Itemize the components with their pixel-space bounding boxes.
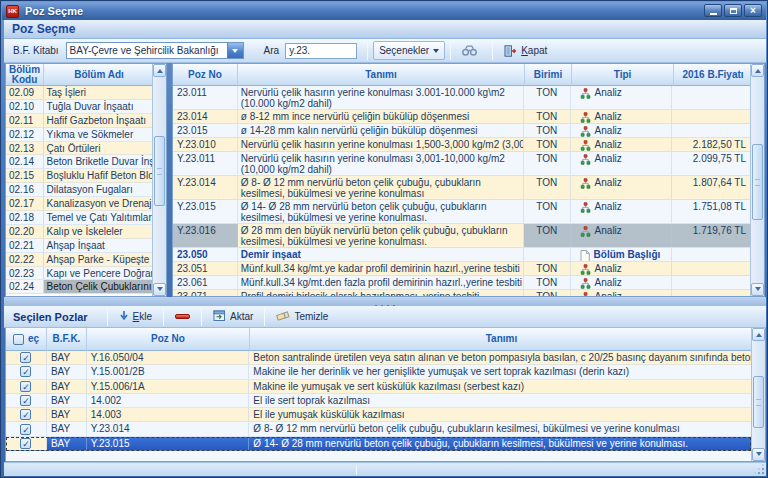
table-row[interactable]: Y.23.011Nervürlü çelik hasırın yerine ko… [173,152,750,176]
cell-sec: ✓ [6,422,47,435]
table-row[interactable]: ✓BAYY.23.014Ø 8- Ø 12 mm nervürlü beton … [6,422,751,436]
table-row[interactable]: 02.23Kapı ve Pencere Doğramaları [6,267,152,281]
selected-positions-header: Seçilen Pozlar Ekle Aktar Temizle [4,306,766,328]
column-header-tanimi[interactable]: Tanımı [238,64,525,86]
options-button[interactable]: Seçenekler [373,41,445,60]
table-row[interactable]: 02.17Kanalizasyon ve Drenaj İçin B [6,197,152,211]
column-header-poz-no[interactable]: Poz No [173,64,238,86]
scroll-up-icon[interactable] [751,64,764,77]
cell-tipi: Analiz [571,176,673,199]
remove-button[interactable] [169,308,196,326]
checkbox-icon[interactable]: ✓ [13,334,24,345]
table-row[interactable]: 02.21Ahşap İnşaat [6,239,152,253]
table-row[interactable]: Y.23.016Ø 28 mm den büyük nervürlü beton… [173,224,750,248]
bottom-scrollbar[interactable] [751,328,765,461]
cell-poz-no: 23.011 [173,86,238,109]
column-header-fiyat[interactable]: 2016 B.Fiyatı [674,64,752,86]
type-label: Analiz [595,201,622,212]
column-header-bolum-adi[interactable]: Bölüm Adı [44,64,154,86]
column-header-tipi[interactable]: Tipi [572,64,674,86]
eraser-icon [276,310,290,323]
column-header-sec[interactable]: ✓ eç [6,328,47,351]
row-checkbox[interactable]: ✓ [20,366,31,377]
clear-button[interactable]: Temizle [270,308,334,326]
close-dialog-button[interactable]: Kapat [498,41,553,60]
scroll-up-icon[interactable] [153,64,166,77]
column-header-birimi[interactable]: Birimi [525,64,572,86]
cell-poz-no: Y.23.011 [173,152,238,175]
maximize-button[interactable] [724,4,742,17]
table-row[interactable]: ✓BAYY.16.050/04Beton santralinde üretile… [6,351,751,365]
column-header-tanimi[interactable]: Tanımı [250,328,753,351]
table-row[interactable]: ✓BAY14.003El ile yumuşak küskülük kazılm… [6,408,751,422]
bf-book-select[interactable]: BAY-Çevre ve Şehircilik Bakanlığı [66,42,244,59]
column-header-bfk[interactable]: B.F.K. [47,328,87,351]
table-row[interactable]: 02.12Yıkma ve Sökmeler [6,128,152,142]
table-row[interactable]: 23.061Münf.kull.34 kg/mt.den fazla profi… [173,276,750,290]
bf-book-value: BAY-Çevre ve Şehircilik Bakanlığı [67,45,227,56]
column-header-bolum-kodu[interactable]: Bölüm Kodu [6,64,44,86]
cell-sec: ✓ [6,408,47,421]
scroll-up-icon[interactable] [752,328,765,341]
table-row[interactable]: 23.051Münf.kull.34 kg/mt.ye kadar profil… [173,262,750,276]
table-row[interactable]: 02.24Beton Çelik Çubuklarının İşle [6,280,152,294]
scroll-down-icon[interactable] [153,283,166,296]
search-input[interactable] [285,43,357,59]
table-row[interactable]: Y.23.014Ø 8- Ø 12 mm nervürlü beton çeli… [173,176,750,200]
cell-tanimi: ø 14-28 mm kalın nervürlü çeliğin bükülü… [238,124,524,137]
left-scrollbar[interactable] [152,64,166,296]
table-row[interactable]: 02.09Taş İşleri [6,86,152,100]
add-button[interactable]: Ekle [113,308,158,326]
table-row[interactable]: 23.015ø 14-28 mm kalın nervürlü çeliğin … [173,124,750,138]
find-button[interactable] [456,41,487,60]
resize-grip-icon[interactable] [754,464,764,474]
window-title: Poz Seçme [25,5,83,17]
scrollbar-thumb[interactable] [752,144,763,220]
transfer-button[interactable]: Aktar [207,308,259,326]
table-row[interactable]: Y.23.015Ø 14- Ø 28 mm nervürlü beton çel… [173,200,750,224]
cell-tanimi: Ø 28 mm den büyük nervürlü beton çelik ç… [238,224,524,247]
right-scrollbar[interactable] [750,64,764,296]
cell-bolum-kodu: 02.11 [6,114,44,127]
selected-positions-title: Seçilen Pozlar [13,311,88,323]
table-row[interactable]: 02.11Hafif Gazbeton İnşaatı [6,114,152,128]
table-row[interactable]: 02.14Beton Briketle Duvar İnşaatı [6,155,152,169]
scroll-down-icon[interactable] [751,283,764,296]
table-row[interactable]: 02.20Kalıp ve İskeleler [6,225,152,239]
row-checkbox[interactable]: ✓ [20,438,31,449]
table-row[interactable]: 23.050Demir inşaatBölüm Başlığı [173,248,750,262]
close-button[interactable]: × [744,4,762,17]
table-row[interactable]: ✓BAY14.002El ile sert toprak kazılması [6,394,751,408]
scrollbar-thumb[interactable] [154,136,165,206]
table-row[interactable]: 23.011Nervürlü çelik hasırın yerine konu… [173,86,750,110]
row-checkbox[interactable]: ✓ [20,381,31,392]
row-checkbox[interactable]: ✓ [20,395,31,406]
table-row[interactable]: ✓BAYY.15.001/2BMakine ile her derinlik v… [6,365,751,379]
cell-bolum-adi: Tuğla Duvar İnşaatı [44,100,152,113]
chevron-down-icon[interactable] [227,43,243,58]
minimize-button[interactable] [704,4,722,17]
row-checkbox[interactable]: ✓ [20,424,31,435]
row-checkbox[interactable]: ✓ [20,352,31,363]
cell-bolum-kodu: 02.23 [6,267,44,280]
table-row[interactable]: 02.18Temel ve Çatı Yalıtımları [6,211,152,225]
scrollbar-thumb[interactable] [753,376,764,428]
cell-bolum-kodu: 02.17 [6,197,44,210]
table-row[interactable]: ✓BAYY.23.015Ø 14- Ø 28 mm nervürlü beton… [6,437,751,451]
table-row[interactable]: 02.22Ahşap Parke - Küpeşte ve Lar [6,253,152,267]
column-header-poz-no[interactable]: Poz No [87,328,250,351]
table-row[interactable]: 02.13Çatı Örtüleri [6,142,152,156]
cell-poz-no: 14.002 [87,394,250,407]
maximize-icon [730,8,737,14]
table-row[interactable]: Y.23.010Nervürlü çelik hasırın yerine ko… [173,138,750,152]
scroll-down-icon[interactable] [752,448,765,461]
table-row[interactable]: 02.15Boşluklu Hafif Beton Blok (As [6,169,152,183]
table-row[interactable]: 02.10Tuğla Duvar İnşaatı [6,100,152,114]
table-row[interactable]: 23.014ø 8-12 mm ince nervürlü çeliğin bü… [173,110,750,124]
table-row[interactable]: 23.071Profil demiri birleşik olarak hazı… [173,290,750,296]
horizontal-splitter[interactable] [4,297,766,306]
table-row[interactable]: 02.16Dilatasyon Fugaları [6,183,152,197]
row-checkbox[interactable]: ✓ [20,409,31,420]
cell-bolum-adi: Ahşap Parke - Küpeşte ve Lar [44,253,152,266]
table-row[interactable]: ✓BAYY.15.006/1AMakine ile yumuşak ve ser… [6,380,751,394]
